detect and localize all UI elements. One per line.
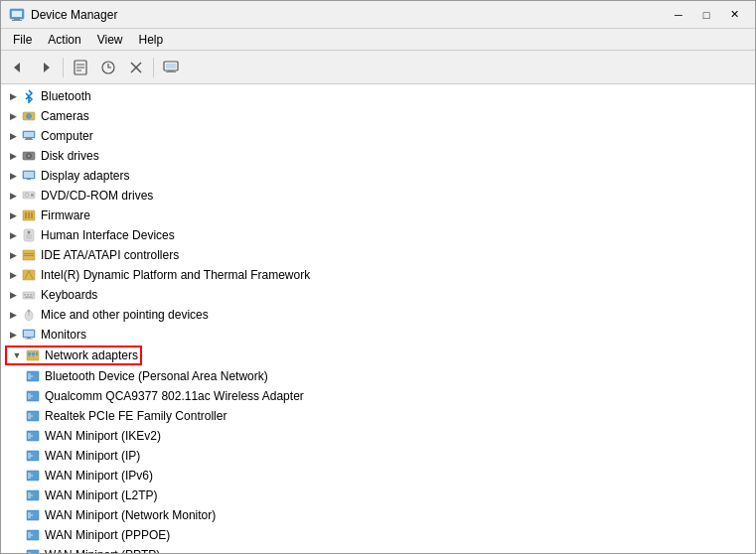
tree-item-bluetooth[interactable]: ▶ Bluetooth — [1, 86, 755, 106]
forward-icon — [38, 60, 54, 75]
qualcomm-label: Qualcomm QCA9377 802.11ac Wireless Adapt… — [45, 389, 304, 403]
bt-pan-label: Bluetooth Device (Personal Area Network) — [45, 369, 268, 383]
update-driver-button[interactable] — [95, 55, 121, 80]
tree-item-wan-l2tp[interactable]: WAN Miniport (L2TP) — [1, 485, 755, 505]
wan-ipv6-label: WAN Miniport (IPv6) — [45, 469, 153, 483]
tree-item-computer[interactable]: ▶ Computer — [1, 126, 755, 146]
svg-rect-56 — [25, 339, 33, 340]
bluetooth-icon — [21, 88, 37, 104]
svg-rect-42 — [24, 255, 34, 256]
mice-label: Mice and other pointing devices — [41, 308, 209, 322]
expand-mice[interactable]: ▶ — [5, 307, 21, 323]
expand-firmware[interactable]: ▶ — [5, 208, 21, 223]
update-icon — [100, 60, 116, 75]
firmware-icon — [21, 208, 37, 223]
tree-item-wan-pptp[interactable]: WAN Miniport (PPTP) — [1, 545, 755, 553]
wan-ip-label: WAN Miniport (IP) — [45, 449, 140, 463]
tree-item-wan-ikev2[interactable]: WAN Miniport (IKEv2) — [1, 426, 755, 446]
expand-disk-drives[interactable]: ▶ — [5, 148, 21, 164]
tree-item-wan-ipv6[interactable]: WAN Miniport (IPv6) — [1, 466, 755, 485]
menu-bar: File Action View Help — [1, 29, 755, 51]
expand-intel[interactable]: ▶ — [5, 267, 21, 283]
tree-item-cameras[interactable]: ▶ Cameras — [1, 106, 755, 126]
computer-icon — [21, 128, 37, 144]
hid-label: Human Interface Devices — [41, 228, 175, 242]
device-tree[interactable]: ▶ Bluetooth ▶ Cameras — [1, 84, 755, 553]
tree-item-firmware[interactable]: ▶ Firmware — [1, 206, 755, 225]
toolbar-separator-1 — [63, 58, 64, 77]
tree-item-hid[interactable]: ▶ Human Interface Devices — [1, 225, 755, 245]
network-adapters-label: Network adapters — [45, 348, 138, 362]
menu-file[interactable]: File — [5, 31, 40, 49]
tree-item-network-adapters[interactable]: ▼ Network adapters — [1, 345, 755, 366]
display-adapters-label: Display adapters — [41, 169, 129, 183]
svg-rect-20 — [24, 132, 34, 137]
wan-netmon-label: WAN Miniport (Network Monitor) — [45, 508, 216, 522]
tree-item-wan-pppoe[interactable]: WAN Miniport (PPPOE) — [1, 525, 755, 545]
maximize-button[interactable]: □ — [693, 5, 719, 25]
tree-item-dvd[interactable]: ▶ DVD/CD-ROM drives — [1, 186, 755, 206]
menu-view[interactable]: View — [89, 31, 131, 49]
tree-item-qualcomm[interactable]: Qualcomm QCA9377 802.11ac Wireless Adapt… — [1, 386, 755, 406]
svg-rect-45 — [24, 294, 26, 296]
tree-item-disk-drives[interactable]: ▶ Disk drives — [1, 146, 755, 166]
svg-rect-3 — [12, 20, 22, 21]
svg-rect-60 — [36, 352, 38, 355]
forward-button[interactable] — [33, 55, 59, 80]
tree-item-mice[interactable]: ▶ Mice and other pointing devices — [1, 305, 755, 325]
expand-hid[interactable]: ▶ — [5, 227, 21, 243]
svg-point-32 — [26, 195, 27, 196]
tree-item-ide[interactable]: ▶ IDE ATA/ATAPI controllers — [1, 245, 755, 265]
realtek-label: Realtek PCIe FE Family Controller — [45, 409, 227, 423]
tree-item-realtek[interactable]: Realtek PCIe FE Family Controller — [1, 406, 755, 426]
expand-ide[interactable]: ▶ — [5, 247, 21, 263]
device-manager-window: Device Manager ─ □ ✕ File Action View He… — [0, 0, 756, 554]
tree-item-wan-netmon[interactable]: WAN Miniport (Network Monitor) — [1, 505, 755, 525]
menu-action[interactable]: Action — [40, 31, 88, 49]
svg-marker-4 — [14, 63, 20, 72]
back-button[interactable] — [5, 55, 31, 80]
tree-item-wan-ip[interactable]: WAN Miniport (IP) — [1, 446, 755, 466]
properties-icon — [73, 60, 88, 75]
svg-point-25 — [28, 155, 30, 157]
svg-rect-16 — [166, 71, 176, 72]
back-icon — [10, 60, 26, 75]
wan-ikev2-label: WAN Miniport (IKEv2) — [45, 429, 161, 443]
expand-bluetooth[interactable]: ▶ — [5, 88, 21, 104]
tree-item-intel[interactable]: ▶ Intel(R) Dynamic Platform and Thermal … — [1, 265, 755, 285]
expand-computer[interactable]: ▶ — [5, 128, 21, 144]
scan-button[interactable] — [158, 55, 184, 80]
expand-cameras[interactable]: ▶ — [5, 108, 21, 124]
svg-rect-59 — [32, 352, 35, 355]
cameras-icon — [21, 108, 37, 124]
toolbar-separator-2 — [153, 58, 154, 77]
display-icon — [21, 168, 37, 184]
svg-rect-14 — [166, 64, 176, 69]
expand-monitors[interactable]: ▶ — [5, 327, 21, 343]
svg-rect-54 — [24, 331, 34, 337]
tree-item-monitors[interactable]: ▶ Monitors — [1, 325, 755, 345]
tree-item-keyboards[interactable]: ▶ Keyboards — [1, 285, 755, 305]
svg-rect-58 — [28, 352, 31, 355]
properties-button[interactable] — [68, 55, 93, 80]
tree-item-display-adapters[interactable]: ▶ Display adapters — [1, 166, 755, 186]
keyboards-label: Keyboards — [41, 288, 97, 302]
expand-display-adapters[interactable]: ▶ — [5, 168, 21, 184]
network-adapters-icon — [25, 347, 41, 363]
expand-dvd[interactable]: ▶ — [5, 188, 21, 204]
tree-item-bt-pan[interactable]: Bluetooth Device (Personal Area Network) — [1, 366, 755, 386]
expand-network-adapters[interactable]: ▼ — [9, 347, 25, 363]
wan-netmon-icon — [25, 507, 41, 523]
uninstall-button[interactable] — [123, 55, 149, 80]
toolbar — [1, 51, 755, 84]
svg-rect-55 — [27, 338, 31, 339]
menu-help[interactable]: Help — [131, 31, 172, 49]
close-button[interactable]: ✕ — [721, 5, 747, 25]
wan-pppoe-label: WAN Miniport (PPPOE) — [45, 528, 170, 542]
expand-keyboards[interactable]: ▶ — [5, 287, 21, 303]
title-bar-left: Device Manager — [9, 7, 117, 23]
intel-icon — [21, 267, 37, 283]
disk-icon — [21, 148, 37, 164]
minimize-button[interactable]: ─ — [666, 5, 691, 25]
hid-icon — [21, 227, 37, 243]
